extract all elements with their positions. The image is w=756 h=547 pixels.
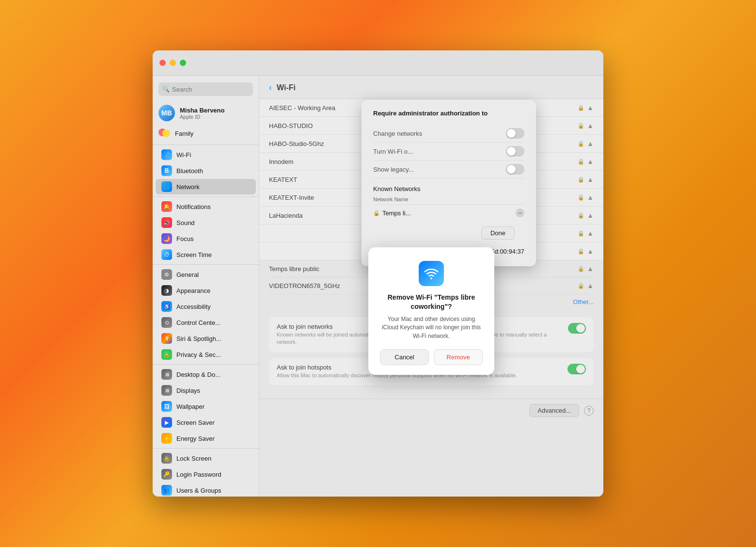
sidebar-item-siri-label: Siri & Spotligh...: [176, 335, 221, 342]
sidebar-item-notifications[interactable]: 🔔 Notifications: [156, 199, 256, 214]
known-networks-section: Known Networks Network Name 🔒 Temps li..…: [373, 185, 524, 222]
network-icon: 🌐: [161, 181, 172, 192]
sidebar-item-wifi[interactable]: Wi-Fi: [156, 147, 256, 162]
sidebar-item-focus-label: Focus: [176, 235, 193, 242]
screentime-icon: ⏱: [161, 249, 172, 260]
wallpaper-icon: 🖼: [161, 401, 172, 412]
mac-value: 5d:00:94:37: [491, 248, 524, 255]
bluetooth-icon: B: [161, 165, 172, 176]
remove-dialog: Remove Wi-Fi "Temps libre coworking"? Yo…: [368, 247, 494, 375]
sidebar-item-network[interactable]: 🌐 Network: [156, 179, 256, 194]
user-subtitle: Apple ID: [180, 114, 224, 120]
sidebar-item-general-label: General: [176, 271, 199, 278]
auth-sheet: Require administrator authorization to C…: [362, 100, 536, 266]
show-legacy-toggle[interactable]: [506, 164, 524, 175]
sidebar-item-privacy[interactable]: 🔒 Privacy & Sec...: [156, 347, 256, 362]
sidebar-item-screentime[interactable]: ⏱ Screen Time: [156, 247, 256, 262]
dialog-buttons: Cancel Remove: [380, 349, 483, 365]
close-button[interactable]: [159, 60, 166, 66]
login-icon: 🔑: [161, 469, 172, 480]
sidebar-item-accessibility[interactable]: ♿ Accessibility: [156, 299, 256, 314]
sidebar-item-appearance-label: Appearance: [176, 287, 210, 294]
fullscreen-button[interactable]: [180, 60, 186, 66]
lock-icon: 🔒: [161, 453, 172, 464]
minimize-button[interactable]: [170, 60, 176, 66]
screensaver-icon: ▶: [161, 417, 172, 428]
users-icon: 👥: [161, 485, 172, 496]
sidebar-item-family[interactable]: Family: [153, 126, 259, 141]
sidebar-item-bluetooth-label: Bluetooth: [176, 167, 203, 175]
divider3: [153, 264, 259, 265]
focus-icon: 🌙: [161, 233, 172, 244]
sidebar-item-screensaver[interactable]: ▶ Screen Saver: [156, 415, 256, 430]
auth-row-2-label: Turn Wi-Fi o...: [373, 148, 413, 155]
divider5: [153, 448, 259, 449]
sidebar-item-notifications-label: Notifications: [176, 203, 211, 210]
cancel-button[interactable]: Cancel: [380, 349, 429, 365]
family-label: Family: [175, 130, 193, 137]
auth-sheet-title: Require administrator authorization to: [373, 110, 524, 117]
traffic-lights: [159, 60, 186, 66]
main-window: 🔍 MB Misha Berveno Apple ID Family: [153, 50, 603, 497]
known-footer: Done: [373, 222, 524, 244]
siri-icon: 🎙: [161, 333, 172, 344]
auth-row-1-label: Change networks: [373, 130, 422, 137]
done-button[interactable]: Done: [481, 226, 515, 240]
wifi-icon: [161, 149, 172, 160]
sidebar-item-displays[interactable]: 🖥 Displays: [156, 383, 256, 398]
change-networks-toggle[interactable]: [506, 128, 524, 139]
appearance-icon: ◑: [161, 285, 172, 296]
sidebar-item-energy[interactable]: ⚡ Energy Saver: [156, 431, 256, 446]
sidebar-item-wallpaper-label: Wallpaper: [176, 403, 205, 410]
accessibility-icon: ♿: [161, 301, 172, 312]
known-network-name: 🔒 Temps li...: [373, 209, 516, 217]
sidebar-item-users[interactable]: 👥 Users & Groups: [156, 483, 256, 497]
known-networks-header: Network Name: [373, 196, 524, 205]
divider2: [153, 196, 259, 197]
lock-icon-small: 🔒: [373, 210, 380, 216]
search-input[interactable]: [172, 86, 249, 93]
dialog-title: Remove Wi-Fi "Temps libre coworking"?: [380, 293, 483, 311]
sidebar-item-sound-label: Sound: [176, 219, 195, 226]
dialog-message: Your Mac and other devices using iCloud …: [380, 315, 483, 340]
energy-icon: ⚡: [161, 433, 172, 444]
auth-row-3: Show legacy...: [373, 161, 524, 178]
divider: [153, 145, 259, 145]
user-section[interactable]: MB Misha Berveno Apple ID: [153, 102, 259, 124]
sidebar-item-login[interactable]: 🔑 Login Password: [156, 467, 256, 482]
sidebar-item-desktop[interactable]: 🖥 Desktop & Do...: [156, 367, 256, 382]
sidebar-item-bluetooth[interactable]: B Bluetooth: [156, 163, 256, 178]
remove-network-button[interactable]: −: [516, 209, 524, 217]
auth-row-1: Change networks: [373, 125, 524, 143]
sidebar-item-lock-label: Lock Screen: [176, 455, 211, 462]
user-info: Misha Berveno Apple ID: [180, 107, 224, 120]
general-icon: ⚙: [161, 269, 172, 280]
user-name: Misha Berveno: [180, 107, 224, 114]
sidebar-item-screentime-label: Screen Time: [176, 251, 212, 258]
remove-button[interactable]: Remove: [434, 349, 483, 365]
sidebar-item-lock[interactable]: 🔒 Lock Screen: [156, 450, 256, 466]
desktop-icon: 🖥: [161, 369, 172, 380]
sidebar-item-focus[interactable]: 🌙 Focus: [156, 231, 256, 246]
divider4: [153, 364, 259, 365]
sidebar-item-wallpaper[interactable]: 🖼 Wallpaper: [156, 399, 256, 414]
known-network-row: 🔒 Temps li... −: [373, 205, 524, 222]
search-icon: 🔍: [162, 86, 170, 93]
known-networks-title: Known Networks: [373, 185, 524, 193]
sidebar-item-sound[interactable]: 🔊 Sound: [156, 215, 256, 230]
sidebar: 🔍 MB Misha Berveno Apple ID Family: [153, 76, 259, 497]
sidebar-item-network-label: Network: [176, 183, 200, 191]
auth-sheet-wrapper: Require administrator authorization to C…: [362, 100, 536, 266]
sidebar-item-appearance[interactable]: ◑ Appearance: [156, 283, 256, 298]
sidebar-item-users-label: Users & Groups: [176, 487, 221, 494]
search-bar[interactable]: 🔍: [158, 82, 253, 96]
family-icon: [158, 129, 171, 138]
sidebar-item-controlcenter[interactable]: ⊙ Control Cente...: [156, 315, 256, 330]
sidebar-item-general[interactable]: ⚙ General: [156, 267, 256, 282]
sidebar-item-siri[interactable]: 🎙 Siri & Spotligh...: [156, 331, 256, 346]
displays-icon: 🖥: [161, 385, 172, 396]
sidebar-item-energy-label: Energy Saver: [176, 435, 215, 442]
turn-wifi-toggle[interactable]: [506, 146, 524, 157]
sidebar-item-login-label: Login Password: [176, 471, 221, 478]
sidebar-item-desktop-label: Desktop & Do...: [176, 371, 220, 378]
